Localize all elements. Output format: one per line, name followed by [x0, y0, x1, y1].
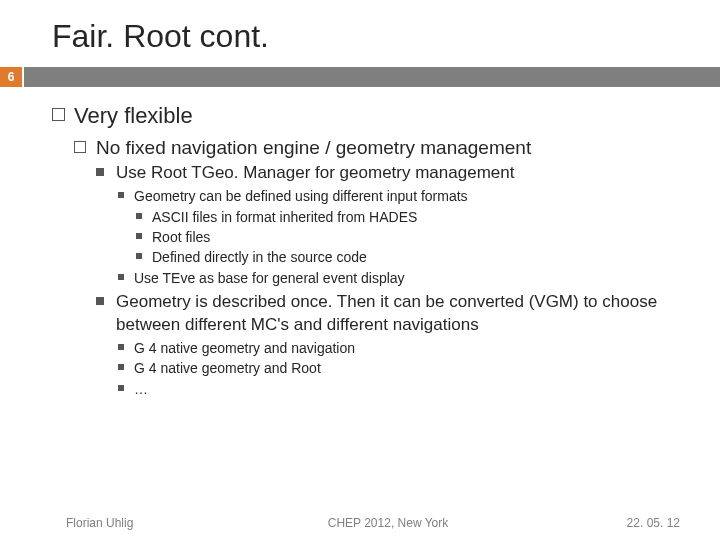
slide: Fair. Root cont. 6 Very flexible No fixe…: [0, 0, 720, 540]
banner-bar: [24, 67, 720, 87]
bullet-text: Geometry can be defined using different …: [134, 188, 468, 204]
bullet-lvl5: Defined directly in the source code: [134, 248, 680, 267]
footer-date: 22. 05. 12: [560, 516, 680, 530]
page-number-badge: 6: [0, 67, 24, 87]
bullet-text: Defined directly in the source code: [152, 249, 367, 265]
bullet-text: ASCII files in format inherited from HAD…: [152, 209, 417, 225]
bullet-lvl4: …: [116, 380, 680, 399]
footer-event: CHEP 2012, New York: [216, 516, 560, 530]
bullet-lvl3: Geometry is described once. Then it can …: [96, 291, 680, 400]
bullet-lvl4: Use TEve as base for general event displ…: [116, 269, 680, 288]
content-area: Very flexible No fixed navigation engine…: [0, 87, 720, 399]
banner: 6: [0, 67, 720, 87]
bullet-lvl4: G 4 native geometry and Root: [116, 359, 680, 378]
bullet-text: No fixed navigation engine / geometry ma…: [96, 137, 531, 158]
bullet-text: Root files: [152, 229, 210, 245]
bullet-lvl5: ASCII files in format inherited from HAD…: [134, 208, 680, 227]
bullet-text: Use TEve as base for general event displ…: [134, 270, 405, 286]
bullet-text: G 4 native geometry and Root: [134, 360, 321, 376]
bullet-text: …: [134, 381, 148, 397]
bullet-text: G 4 native geometry and navigation: [134, 340, 355, 356]
bullet-text: Geometry is described once. Then it can …: [116, 292, 657, 334]
bullet-text: Use Root TGeo. Manager for geometry mana…: [116, 163, 514, 182]
bullet-lvl4: G 4 native geometry and navigation: [116, 339, 680, 358]
slide-title: Fair. Root cont.: [0, 0, 720, 67]
bullet-lvl4: Geometry can be defined using different …: [116, 187, 680, 267]
footer: Florian Uhlig CHEP 2012, New York 22. 05…: [0, 516, 720, 530]
bullet-lvl5: Root files: [134, 228, 680, 247]
bullet-text: Very flexible: [74, 103, 193, 128]
bullet-lvl3: Use Root TGeo. Manager for geometry mana…: [96, 162, 680, 287]
bullet-lvl1: Very flexible No fixed navigation engine…: [52, 101, 680, 399]
footer-author: Florian Uhlig: [66, 516, 216, 530]
bullet-lvl2: No fixed navigation engine / geometry ma…: [74, 135, 680, 400]
